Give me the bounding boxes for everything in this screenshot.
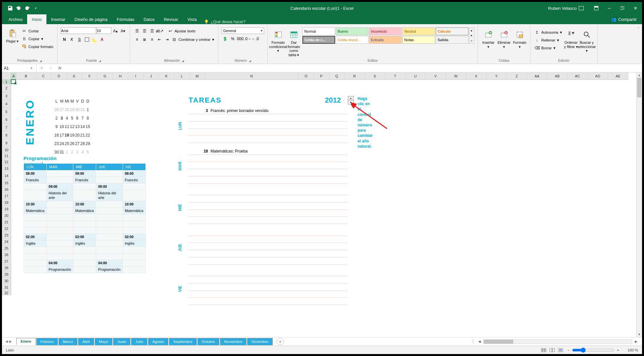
column-header[interactable]: E xyxy=(67,73,82,80)
column-header[interactable]: AD xyxy=(588,73,608,80)
close-button[interactable]: ✕ xyxy=(629,2,642,14)
row-header[interactable]: 26 xyxy=(2,251,11,258)
zoom-level[interactable]: 100 % xyxy=(622,348,638,352)
row-header[interactable]: 13 xyxy=(2,165,11,172)
zoom-out-icon[interactable]: − xyxy=(568,348,570,352)
spinner-up-icon[interactable]: ▲ xyxy=(348,96,353,100)
zoom-slider[interactable] xyxy=(572,348,614,353)
align-top-icon[interactable]: ☰ xyxy=(133,27,141,35)
styles-expand-icon[interactable]: ▴▾▿ xyxy=(469,27,474,44)
scroll-up-icon[interactable]: ▲ xyxy=(636,73,642,78)
column-header[interactable]: H xyxy=(113,73,128,80)
sheet-tab[interactable]: Mayo xyxy=(95,338,112,345)
cell-style-item[interactable]: Normal xyxy=(302,27,335,35)
column-header[interactable]: AC xyxy=(568,73,588,80)
row-header[interactable]: 11 xyxy=(2,153,11,159)
scroll-thumb[interactable] xyxy=(637,78,641,97)
column-header[interactable]: M xyxy=(190,73,205,80)
row-header[interactable]: 4 xyxy=(2,100,11,108)
sheet-nav-prev-icon[interactable]: ◀ xyxy=(5,339,8,344)
row-header[interactable]: 7 xyxy=(2,123,11,131)
font-size-combo[interactable] xyxy=(96,27,111,34)
number-launcher-icon[interactable]: ◢ xyxy=(247,59,251,62)
row-header[interactable]: 5 xyxy=(2,108,11,116)
row-header[interactable]: 23 xyxy=(2,232,11,238)
cell-style-item[interactable]: Bueno xyxy=(336,27,368,35)
row-header[interactable]: 22 xyxy=(2,225,11,232)
sort-filter-button[interactable]: Ordenar y filtrar ▾ xyxy=(564,27,578,49)
row-header[interactable]: 28 xyxy=(2,265,11,271)
cell-styles-gallery[interactable]: NormalBuenoIncorrectoNeutralCálculoCelda… xyxy=(302,27,468,44)
cut-button[interactable]: ✂Cortar xyxy=(21,27,54,35)
cancel-formula-icon[interactable]: ✕ xyxy=(39,66,44,70)
row-header[interactable]: 19 xyxy=(2,206,11,212)
align-left-icon[interactable]: ≡ xyxy=(133,36,141,43)
column-header[interactable]: V xyxy=(426,73,446,80)
ribbon-tab-archivo[interactable]: Archivo xyxy=(4,14,27,24)
align-right-icon[interactable]: ≡ xyxy=(148,36,156,43)
font-launcher-icon[interactable]: ◢ xyxy=(97,59,101,62)
decrease-decimal-icon[interactable]: ←.0 xyxy=(252,35,259,42)
underline-button[interactable]: S xyxy=(76,36,83,43)
row-header[interactable]: 30 xyxy=(2,278,11,284)
insert-function-icon[interactable]: fx xyxy=(57,66,63,70)
sheet-tab[interactable]: Septiembre xyxy=(169,338,197,345)
row-header[interactable]: 12 xyxy=(2,159,11,165)
sheet-tab[interactable]: Julio xyxy=(131,338,147,345)
border-button[interactable] xyxy=(83,36,91,43)
sheet-tab[interactable]: Octubre xyxy=(197,338,219,345)
column-header[interactable]: C xyxy=(36,73,51,80)
user-name[interactable]: Ruben Velasco xyxy=(548,6,584,11)
select-all-corner[interactable] xyxy=(2,73,11,80)
sheet-tab[interactable]: Agosto xyxy=(148,338,168,345)
spreadsheet-grid[interactable]: ABCDEFGHIJKLMNOPQRSTUVWXYZAAABACADAE 123… xyxy=(2,73,636,337)
row-header[interactable]: 1 xyxy=(2,80,11,84)
name-box[interactable]: ▼ xyxy=(2,64,37,72)
fill-color-button[interactable] xyxy=(91,36,98,43)
row-header[interactable]: 27 xyxy=(2,258,11,265)
row-header[interactable]: 15 xyxy=(2,180,11,186)
horizontal-scrollbar[interactable]: ┆ ◀ ▶ xyxy=(472,339,642,344)
redo-icon[interactable] xyxy=(23,4,31,12)
increase-decimal-icon[interactable]: .0→ xyxy=(244,35,251,42)
ribbon-display-icon[interactable] xyxy=(590,2,603,14)
sheet-tab[interactable]: Diciembre xyxy=(247,338,273,345)
align-bottom-icon[interactable]: ☰ xyxy=(148,27,156,35)
insert-cells-button[interactable]: Insertar ▾ xyxy=(481,27,496,49)
format-painter-button[interactable]: Copiar formato xyxy=(21,43,54,50)
column-header[interactable]: AA xyxy=(527,73,547,80)
ribbon-tab-fórmulas[interactable]: Fórmulas xyxy=(112,14,139,24)
merge-center-button[interactable]: ⊟Combinar y centrar ▾ xyxy=(171,36,215,43)
font-color-button[interactable]: A xyxy=(98,36,106,43)
format-as-table-button[interactable]: Dar formato como tabla ▾ xyxy=(287,27,301,57)
row-header[interactable]: 20 xyxy=(2,212,11,219)
bold-button[interactable]: N xyxy=(61,36,68,43)
share-button[interactable]: 👥Compartir xyxy=(606,14,642,24)
sheet-tab[interactable]: Enero xyxy=(16,338,36,345)
column-header[interactable]: Q xyxy=(329,73,345,80)
column-header[interactable]: B xyxy=(16,73,36,80)
autosum-button[interactable]: ΣAutosuma ▾ xyxy=(534,29,563,36)
font-name-combo[interactable] xyxy=(61,27,96,34)
save-icon[interactable] xyxy=(6,4,14,12)
align-middle-icon[interactable]: ☰ xyxy=(141,27,148,35)
column-header[interactable]: O xyxy=(298,73,314,80)
row-header[interactable]: 3 xyxy=(2,92,11,100)
vertical-scrollbar[interactable]: ▲ ▼ xyxy=(636,73,642,337)
hscroll-right-icon[interactable]: ▶ xyxy=(634,340,639,343)
qat-customize-icon[interactable]: ▾ xyxy=(31,4,40,12)
cell-style-item[interactable]: Cálculo xyxy=(436,27,468,35)
sheet-nav-next-icon[interactable]: ▶ xyxy=(9,339,12,344)
column-header[interactable]: S xyxy=(365,73,385,80)
column-header[interactable]: AE xyxy=(608,73,628,80)
sheet-tab[interactable]: Abril xyxy=(78,338,94,345)
scroll-down-icon[interactable]: ▼ xyxy=(636,332,642,337)
increase-font-icon[interactable]: A▴ xyxy=(112,27,119,35)
minimize-button[interactable]: ─ xyxy=(603,2,616,14)
ribbon-tab-vista[interactable]: Vista xyxy=(183,14,201,24)
row-header[interactable]: 6 xyxy=(2,116,11,123)
column-header[interactable]: L xyxy=(174,73,190,80)
decrease-indent-icon[interactable]: ⇤ xyxy=(156,36,163,43)
page-break-view-icon[interactable] xyxy=(556,347,565,353)
row-header[interactable]: 18 xyxy=(2,199,11,206)
